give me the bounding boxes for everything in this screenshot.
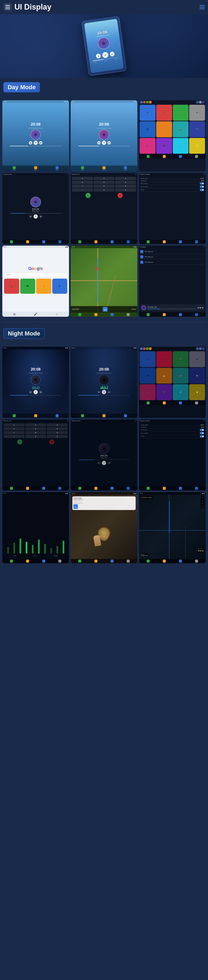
dock4-nav[interactable]: [110, 240, 113, 243]
menu-icon[interactable]: [3, 3, 12, 11]
dock4-music[interactable]: [95, 240, 98, 243]
bt-prev[interactable]: ⏮: [29, 215, 32, 218]
dock5-bt[interactable]: [195, 240, 198, 243]
dock3-music[interactable]: [163, 155, 166, 158]
n-dial-9[interactable]: 9: [47, 431, 68, 434]
night-mini-prev[interactable]: ⏮: [198, 550, 200, 552]
n-dial-5[interactable]: 5: [25, 427, 46, 430]
carplay-home[interactable]: ⊙: [13, 312, 16, 316]
dock7-bt[interactable]: [195, 313, 198, 316]
dock4-bt[interactable]: [127, 240, 130, 243]
dock6-nav[interactable]: [110, 313, 113, 316]
n-dock9-phone[interactable]: [147, 560, 150, 563]
n-app-extra2[interactable]: ⭐: [189, 384, 205, 400]
n-app-music[interactable]: ♪: [156, 351, 172, 367]
dock5-phone[interactable]: [147, 240, 150, 243]
n-app-telegram[interactable]: ✈: [140, 351, 156, 367]
nav-go-btn[interactable]: GO: [103, 307, 108, 312]
next2[interactable]: ⏭: [107, 141, 111, 145]
n-dock2-nav[interactable]: [124, 414, 127, 417]
dock2-auto[interactable]: AUTO: [124, 166, 127, 171]
dial-8[interactable]: 8: [94, 185, 115, 188]
carplay-music[interactable]: ♪: [36, 278, 51, 294]
n-dock1-music[interactable]: [34, 414, 37, 417]
n-bt-prev[interactable]: ⏮: [97, 461, 101, 465]
social-play[interactable]: ▶: [200, 307, 201, 309]
dial-1[interactable]: 1: [72, 177, 93, 180]
n-dock8-settings[interactable]: [127, 560, 130, 563]
n-app-radio[interactable]: 📻: [156, 368, 172, 384]
night-bt-music-close[interactable]: ✕: [135, 420, 136, 422]
n-dock3-phone[interactable]: [147, 401, 150, 404]
dock3-phone[interactable]: [147, 155, 150, 158]
n-dial-3[interactable]: 3: [47, 423, 68, 426]
dial-hash[interactable]: #: [115, 188, 136, 192]
n-dial-0[interactable]: 0: [25, 435, 46, 438]
dock-auto[interactable]: AUTO: [56, 166, 58, 171]
dock3-nav[interactable]: [179, 155, 182, 158]
carplay-phone[interactable]: 📞: [4, 278, 19, 294]
n-dock5-phone[interactable]: [78, 487, 81, 490]
dock-apfs[interactable]: APFS: [34, 166, 37, 171]
google-search-bar[interactable]: Search: [4, 273, 67, 277]
dial-2[interactable]: 2: [94, 177, 115, 180]
night-pause1[interactable]: ⏸: [33, 390, 38, 394]
carplay-siri[interactable]: 🎤: [34, 312, 37, 316]
n-app-bt[interactable]: Ƀ: [140, 368, 156, 384]
dock-snal[interactable]: SNAL: [13, 166, 16, 171]
n-dock1-nav[interactable]: [56, 414, 58, 417]
n-dock2-phone[interactable]: [81, 414, 84, 417]
dock2-apfs[interactable]: APFS: [102, 166, 106, 171]
n-dial-2[interactable]: 2: [25, 423, 46, 426]
prev2[interactable]: ⏮: [97, 141, 101, 145]
app-camera[interactable]: 📷: [189, 121, 205, 137]
dial-7[interactable]: 7: [72, 185, 93, 188]
n-dock6-nav[interactable]: [179, 487, 182, 490]
dock7-music[interactable]: [163, 313, 166, 316]
n-dock7-phone[interactable]: [10, 560, 13, 563]
dial-5[interactable]: 5: [94, 181, 115, 184]
hangup-btn[interactable]: ✕: [118, 193, 123, 198]
n-dock4-phone[interactable]: [10, 487, 13, 490]
n-bt-next[interactable]: ⏭: [107, 461, 111, 465]
n-auto-connect-toggle[interactable]: [200, 432, 204, 434]
prev-btn[interactable]: ⏮: [96, 53, 101, 59]
app-telegram[interactable]: ✈: [140, 105, 156, 121]
n-dial-4[interactable]: 4: [4, 427, 25, 430]
n-app-extra1[interactable]: 🔊: [173, 384, 189, 400]
n-bt-pause[interactable]: ⏸: [102, 461, 106, 465]
n-dock7-settings[interactable]: [58, 560, 61, 563]
n-dock6-music[interactable]: [163, 487, 166, 490]
dock7-phone[interactable]: [147, 313, 150, 316]
bt-pause[interactable]: ⏸: [33, 214, 38, 219]
night-prev1[interactable]: ⏮: [29, 390, 32, 394]
n-dock5-nav[interactable]: [110, 487, 113, 490]
night-next1[interactable]: ⏭: [39, 390, 43, 394]
social-item1[interactable]: 华年_对花.mp3: [140, 250, 204, 254]
n-app-maps[interactable]: 📍: [173, 351, 189, 367]
auto-answer-toggle[interactable]: [200, 183, 204, 185]
n-app-phone[interactable]: 📞: [140, 384, 156, 400]
night-next2[interactable]: ⏭: [107, 390, 111, 394]
n-dock1-phone[interactable]: [13, 414, 16, 417]
n-dock5-music[interactable]: [95, 487, 98, 490]
dock-bt-icon[interactable]: [58, 240, 61, 243]
n-dock6-bt[interactable]: [195, 487, 198, 490]
next-btn[interactable]: ⏭: [110, 51, 115, 57]
call-btn[interactable]: 📞: [85, 193, 91, 198]
night-pause2[interactable]: ⏸: [102, 390, 106, 394]
n-dock3-nav[interactable]: [179, 401, 182, 404]
night-bt-call-close[interactable]: ✕: [67, 420, 68, 422]
dock3-settings[interactable]: [195, 155, 198, 158]
n-dial-1[interactable]: 1: [4, 423, 25, 426]
n-dock9-nav[interactable]: [179, 560, 182, 563]
n-dial-7[interactable]: 7: [4, 431, 25, 434]
dock-music-icon[interactable]: [26, 240, 29, 243]
n-dial-8[interactable]: 8: [25, 431, 46, 434]
play-btn[interactable]: ⏸: [102, 52, 109, 59]
bt-settings-close[interactable]: ✕: [203, 174, 205, 175]
night-bt-settings-close[interactable]: ✕: [203, 420, 205, 422]
dock6-music[interactable]: [95, 313, 98, 316]
dial-star[interactable]: *: [72, 188, 93, 192]
n-dock7-nav[interactable]: [42, 560, 45, 563]
